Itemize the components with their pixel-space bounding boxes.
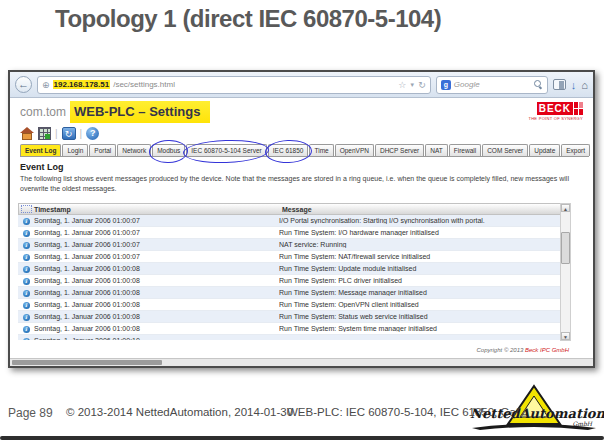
tab-iec-61850[interactable]: IEC 61850 <box>268 144 309 156</box>
refresh-icon[interactable]: ↻ <box>62 127 76 140</box>
message-cell: Run Time System: I/O hardware manager in… <box>279 229 564 236</box>
table-row: iSonntag, 1. Januar 2006 01:00:08Run Tim… <box>18 311 564 323</box>
back-button[interactable]: ← <box>15 76 32 93</box>
plc-editor-icon[interactable] <box>38 127 51 140</box>
beck-logo-dots <box>574 102 583 115</box>
logo-subtext: GmbH <box>572 420 592 427</box>
page-copyright: Copyright © 2013 Beck IPC GmbH <box>477 347 569 353</box>
browser-home-icon[interactable]: ⌂ <box>581 79 588 91</box>
timestamp-cell: Sonntag, 1. Januar 2006 01:00:08 <box>34 265 279 272</box>
timestamp-cell: Sonntag, 1. Januar 2006 01:00:08 <box>34 277 279 284</box>
info-icon: i <box>18 241 34 249</box>
event-log-table: Timestamp Message iSonntag, 1. Januar 20… <box>18 203 564 340</box>
info-icon: i <box>18 337 34 341</box>
timestamp-cell: Sonntag, 1. Januar 2006 01:00:08 <box>34 289 279 296</box>
column-header-message: Message <box>282 206 563 213</box>
timestamp-cell: Sonntag, 1. Januar 2006 01:00:07 <box>34 229 279 236</box>
message-cell: Run Time System: OpenVPN client initiali… <box>279 301 564 308</box>
section-description: The following list shows event messages … <box>20 174 569 194</box>
message-cell: Run Time System: Status web service init… <box>279 313 564 320</box>
timestamp-cell: Sonntag, 1. Januar 2006 01:00:07 <box>34 241 279 248</box>
page-header: com.tom WEB-PLC – Settings <box>20 101 210 123</box>
address-bar[interactable]: ⊕ 192.168.178.51 /sec/settings.html ☆ ▼ … <box>37 76 431 94</box>
url-dropdown-icon[interactable]: ▼ <box>409 82 415 88</box>
table-header: Timestamp Message <box>18 203 564 215</box>
horizontal-scrollbar[interactable] <box>10 358 593 366</box>
reload-icon[interactable]: ↻ <box>418 80 426 90</box>
event-table-body: iSonntag, 1. Januar 2006 01:00:07I/O Por… <box>18 215 564 340</box>
search-box[interactable]: g Google <box>436 76 548 94</box>
table-row: iSonntag, 1. Januar 2006 01:00:10 <box>18 335 564 340</box>
message-cell: NAT service: Running <box>279 241 564 248</box>
info-icon: i <box>18 265 34 273</box>
search-engine-icon[interactable]: g <box>441 80 451 90</box>
tab-update[interactable]: Update <box>529 144 560 156</box>
timestamp-cell: Sonntag, 1. Januar 2006 01:00:08 <box>34 301 279 308</box>
home-icon[interactable] <box>20 127 34 140</box>
tab-groups-icon[interactable] <box>553 79 566 90</box>
tab-nat[interactable]: NAT <box>425 144 448 156</box>
table-row: iSonntag, 1. Januar 2006 01:00:08Run Tim… <box>18 287 564 299</box>
info-icon: i <box>18 217 34 225</box>
beck-logo-text: BECK <box>537 102 573 115</box>
scrollbar-thumb[interactable] <box>561 232 570 264</box>
web-page: com.tom WEB-PLC – Settings BECK THE POIN… <box>10 99 593 358</box>
column-header-timestamp: Timestamp <box>34 206 282 213</box>
section-title: Event Log <box>20 162 64 172</box>
info-icon: i <box>18 277 34 285</box>
tab-network[interactable]: Network <box>117 144 151 156</box>
bookmark-star-icon[interactable]: ☆ <box>398 80 406 90</box>
tab-time[interactable]: Time <box>309 144 333 156</box>
tab-modbus[interactable]: Modbus <box>152 144 185 156</box>
beck-logo: BECK THE POINT OF SYNERGY <box>528 102 583 121</box>
table-row: iSonntag, 1. Januar 2006 01:00:08Run Tim… <box>18 275 564 287</box>
tab-firewall[interactable]: Firewall <box>449 144 481 156</box>
table-row: iSonntag, 1. Januar 2006 01:00:07NAT ser… <box>18 239 564 251</box>
scroll-down-icon[interactable]: ▼ <box>561 332 570 340</box>
message-cell: Run Time System: PLC driver initialised <box>279 277 564 284</box>
scroll-up-icon[interactable]: ▲ <box>561 204 570 212</box>
slide-title: Topology 1 (direct IEC 60870-5-104) <box>55 5 441 33</box>
timestamp-cell: Sonntag, 1. Januar 2006 01:00:10 <box>34 337 279 340</box>
toolbar-divider: | <box>55 128 58 139</box>
help-icon[interactable]: ? <box>86 127 99 140</box>
vertical-scrollbar[interactable]: ▲ ▼ <box>560 203 571 341</box>
message-cell: Run Time System: NAT/firewall service in… <box>279 253 564 260</box>
bottom-divider-bar <box>0 436 604 440</box>
tab-event-log[interactable]: Event Log <box>20 144 61 156</box>
page-copyright-prefix: Copyright © 2013 <box>477 347 525 353</box>
toolbar-divider: | <box>80 128 83 139</box>
table-row: iSonntag, 1. Januar 2006 01:00:07I/O Por… <box>18 215 564 227</box>
brand-label: com.tom <box>20 105 66 119</box>
message-cell: Run Time System: Update module initialis… <box>279 265 564 272</box>
timestamp-cell: Sonntag, 1. Januar 2006 01:00:08 <box>34 313 279 320</box>
search-placeholder: Google <box>454 80 531 89</box>
horizontal-scrollbar-thumb[interactable] <box>12 360 162 365</box>
downloads-icon[interactable]: ↓ <box>571 79 577 91</box>
timestamp-cell: Sonntag, 1. Januar 2006 01:00:07 <box>34 253 279 260</box>
page-number: Page 89 <box>8 406 53 420</box>
browser-chrome: ← ⊕ 192.168.178.51 /sec/settings.html ☆ … <box>10 72 593 98</box>
tab-login[interactable]: Login <box>62 144 88 156</box>
tab-portal[interactable]: Portal <box>89 144 116 156</box>
info-icon: i <box>18 325 34 333</box>
message-cell: Run Time System: Message manager initial… <box>279 289 564 296</box>
header-focus-outline <box>21 205 32 213</box>
beck-tagline: THE POINT OF SYNERGY <box>528 116 583 121</box>
tab-dhcp-server[interactable]: DHCP Server <box>375 144 424 156</box>
nettedautomation-logo: NettedAutomation GmbH <box>468 384 600 434</box>
site-identity-icon: ⊕ <box>42 80 50 90</box>
tab-export[interactable]: Export <box>561 144 590 156</box>
tab-bar: Event LogLoginPortalNetworkModbusIEC 608… <box>20 143 589 157</box>
tab-com-server[interactable]: COM Server <box>482 144 528 156</box>
timestamp-cell: Sonntag, 1. Januar 2006 01:00:08 <box>34 325 279 332</box>
url-host: 192.168.178.51 <box>53 80 111 89</box>
search-icon[interactable] <box>534 80 543 89</box>
tab-openvpn[interactable]: OpenVPN <box>335 144 374 156</box>
info-icon: i <box>18 301 34 309</box>
slide-footer: Page 89 © 2013-2014 NettedAutomation, 20… <box>0 398 604 434</box>
table-row: iSonntag, 1. Januar 2006 01:00:07Run Tim… <box>18 251 564 263</box>
info-icon: i <box>18 289 34 297</box>
tab-iec-60870-5-104-server[interactable]: IEC 60870-5-104 Server <box>186 144 266 156</box>
footer-copyright: © 2013-2014 NettedAutomation, 2014-01-30 <box>66 406 293 418</box>
